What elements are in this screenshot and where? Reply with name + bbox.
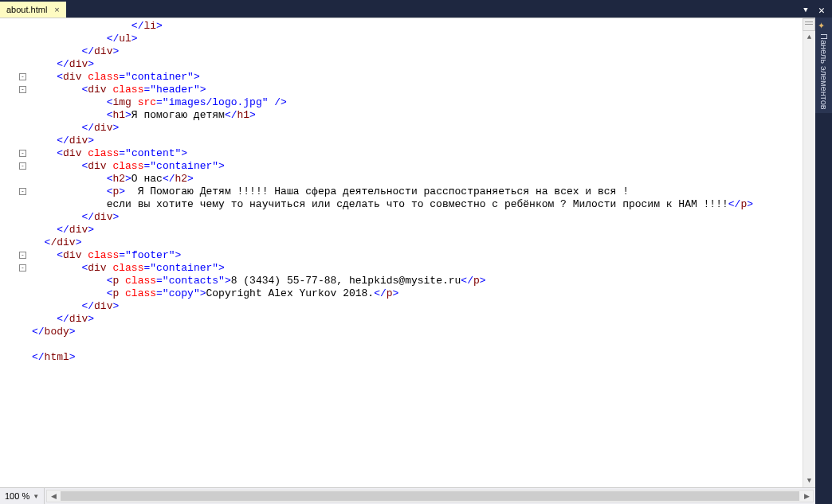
- toolbox-label: Панель элементов: [819, 33, 829, 110]
- tab-overflow-dropdown[interactable]: ▼: [800, 5, 811, 16]
- code-line[interactable]: </div>: [32, 122, 815, 135]
- code-line[interactable]: </div>: [32, 300, 815, 313]
- scroll-up-icon[interactable]: ▲: [803, 31, 815, 44]
- code-line[interactable]: <div class="container">: [32, 160, 815, 173]
- code-line[interactable]: </div>: [32, 58, 815, 71]
- fold-toggle[interactable]: -: [19, 162, 26, 170]
- code-line[interactable]: </div>: [32, 45, 815, 58]
- horizontal-scrollbar[interactable]: ◀ ▶: [46, 490, 814, 502]
- fold-toggle[interactable]: -: [19, 252, 26, 259]
- code-line[interactable]: [32, 338, 815, 351]
- code-line[interactable]: <div class="header">: [32, 84, 815, 96]
- code-line[interactable]: </div>: [32, 236, 815, 249]
- fold-toggle[interactable]: -: [19, 86, 26, 93]
- scroll-left-icon[interactable]: ◀: [47, 490, 60, 502]
- status-bar: 100 % ▼ ◀ ▶: [0, 487, 815, 504]
- fold-toggle[interactable]: -: [19, 188, 26, 195]
- fold-toggle[interactable]: -: [19, 264, 26, 272]
- code-content[interactable]: </li> </ul> </div> </div> <div class="co…: [29, 18, 815, 487]
- code-line[interactable]: <p class="copy">Copyright Alex Yurkov 20…: [32, 287, 815, 300]
- vertical-scrollbar[interactable]: ▲ ▼: [803, 31, 815, 487]
- tab-well-controls: ▼ ✕: [800, 3, 832, 18]
- scrollbar-thumb[interactable]: [61, 491, 799, 501]
- code-line[interactable]: </div>: [32, 313, 815, 326]
- code-line[interactable]: </div>: [32, 224, 815, 236]
- code-line[interactable]: </div>: [32, 211, 815, 224]
- zoom-dropdown[interactable]: 100 % ▼: [0, 488, 45, 504]
- code-line[interactable]: <img src="images/logo.jpg" />: [32, 96, 815, 109]
- code-line[interactable]: если вы хотите чему то научиться или сде…: [32, 198, 815, 211]
- document-tab[interactable]: about.html ×: [0, 2, 66, 18]
- tab-filename: about.html: [6, 5, 47, 14]
- fold-toggle[interactable]: -: [19, 73, 26, 80]
- chevron-down-icon: ▼: [33, 493, 39, 500]
- code-line[interactable]: <div class="footer">: [32, 249, 815, 262]
- code-editor: ------- </li> </ul> </div> </div> <div c…: [0, 18, 815, 487]
- code-line[interactable]: </li>: [32, 20, 815, 33]
- wrench-icon: ✦: [818, 21, 825, 31]
- toolbox-panel-tab[interactable]: ✦ Панель элементов: [815, 18, 832, 113]
- code-line[interactable]: <div class="container">: [32, 262, 815, 275]
- split-handle[interactable]: [803, 18, 815, 31]
- code-line[interactable]: <div class="content">: [32, 147, 815, 160]
- code-line[interactable]: <p> Я Помогаю Детям !!!!! Наша сфера дея…: [32, 186, 815, 198]
- code-line[interactable]: </div>: [32, 135, 815, 147]
- scroll-right-icon[interactable]: ▶: [800, 490, 813, 502]
- scroll-down-icon[interactable]: ▼: [803, 475, 815, 487]
- zoom-level: 100 %: [5, 491, 29, 501]
- code-line[interactable]: <div class="container">: [32, 71, 815, 84]
- code-line[interactable]: </html>: [32, 351, 815, 364]
- toolbox-shortcut-icon[interactable]: ✕: [814, 3, 829, 18]
- code-area[interactable]: ------- </li> </ul> </div> </div> <div c…: [0, 18, 815, 487]
- code-line[interactable]: <h2>О нас</h2>: [32, 173, 815, 186]
- outline-gutter: -------: [0, 18, 29, 487]
- fold-toggle[interactable]: -: [19, 150, 26, 157]
- code-line[interactable]: </body>: [32, 326, 815, 338]
- code-line[interactable]: </ul>: [32, 33, 815, 45]
- code-line[interactable]: <h1>Я помогаю детям</h1>: [32, 109, 815, 122]
- close-icon[interactable]: ×: [52, 5, 61, 14]
- tab-well: about.html × ▼ ✕: [0, 0, 832, 18]
- code-line[interactable]: <p class="contacts">8 (3434) 55-77-88, h…: [32, 275, 815, 287]
